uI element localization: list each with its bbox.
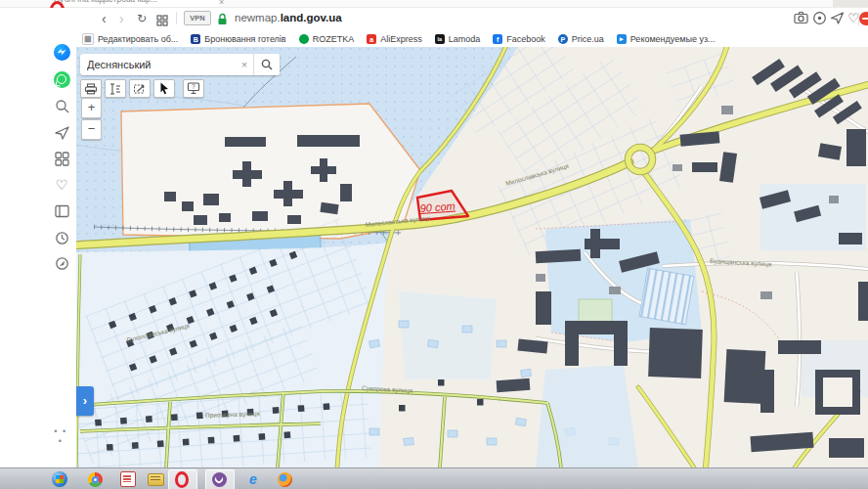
speed-dial-icon[interactable] [53, 150, 70, 167]
print-tool-button[interactable] [80, 79, 102, 98]
bookmark-label: ROZETKA [313, 34, 355, 44]
bookmark-item[interactable]: ▸Рекомендуемые уз... [617, 34, 716, 44]
bookmark-favicon: f [493, 34, 502, 44]
bookmark-item[interactable]: aAliExpress [367, 34, 422, 44]
whatsapp-icon[interactable] [53, 70, 70, 88]
red-document-app-icon[interactable] [119, 470, 137, 488]
browser-tab[interactable]: Публічна кадастрова кар... [54, 0, 218, 7]
search-icon[interactable] [53, 97, 70, 114]
extension-badge-icon[interactable] [859, 12, 868, 25]
bookmark-item[interactable]: laLamoda [435, 34, 481, 44]
map-canvas: 90 сот Милославська вулиця Милославська … [76, 47, 868, 467]
bookmark-favicon: B [191, 34, 200, 44]
url-domain: land.gov.ua [281, 12, 342, 23]
search-clear-icon[interactable]: × [236, 54, 253, 75]
viber-icon[interactable] [210, 470, 228, 488]
tab-title: Публічна кадастрова кар... [54, 0, 218, 4]
measure-area-tool-button[interactable] [129, 79, 151, 98]
map-search-box: × [80, 54, 280, 75]
extensions-globe-icon[interactable] [53, 254, 70, 272]
measure-distance-tool-button[interactable] [105, 79, 126, 98]
bookmark-item[interactable]: PPrice.ua [558, 34, 604, 44]
bookmark-favicon: P [558, 34, 568, 44]
messenger-icon[interactable] [53, 43, 70, 61]
zoom-in-button[interactable]: + [81, 98, 102, 118]
pointer-tool-button[interactable] [153, 79, 175, 98]
bookmark-favicon: a [367, 34, 376, 44]
opera-icon[interactable] [173, 470, 191, 488]
bookmark-favicon: ▸ [617, 34, 627, 44]
bookmark-label: AliExpress [380, 34, 422, 44]
bookmark-item[interactable]: BБронювання готелів [191, 34, 285, 44]
bookmark-favicon [299, 34, 309, 44]
sidebar-overflow-dots[interactable]: • • • [51, 426, 70, 446]
map-search-input[interactable] [80, 54, 236, 75]
panel-expand-chevron[interactable]: › [76, 386, 94, 416]
browser-toolbar: ‹ › ↻ VPN newmap.land.gov.ua ♡ [0, 8, 868, 30]
bookmark-label: Facebook [506, 34, 545, 44]
vpn-badge[interactable]: VPN [184, 11, 211, 25]
parcel-area-label: 90 сот [419, 200, 456, 214]
personal-news-icon[interactable] [53, 202, 70, 220]
tab-strip: Публічна кадастрова кар... × [0, 0, 868, 8]
internet-explorer-icon[interactable]: e [244, 470, 262, 488]
page-actions-icon[interactable] [812, 11, 828, 26]
bookmark-label: Price.ua [572, 34, 604, 44]
map-tools: ? [80, 79, 204, 98]
opera-sidebar: ♡ • • • [0, 31, 76, 467]
bookmark-item[interactable]: ▦Редактировать об... [82, 33, 178, 45]
url-host: newmap. [235, 12, 281, 23]
bookmark-item[interactable]: ROZETKA [299, 34, 355, 44]
bookmarks-heart-icon[interactable]: ♡ [53, 176, 70, 194]
secure-lock-icon[interactable] [217, 12, 228, 29]
chrome-icon[interactable] [86, 470, 104, 488]
map-viewport[interactable]: 90 сот Милославська вулиця Милославська … [76, 47, 868, 467]
bookmark-label: Рекомендуемые уз... [630, 34, 716, 44]
reload-button[interactable]: ↻ [137, 9, 147, 28]
snapshot-camera-icon[interactable] [794, 11, 809, 26]
speed-dial-grid-icon[interactable] [156, 13, 172, 28]
bookmark-label: Lamoda [449, 34, 481, 44]
forward-button[interactable]: › [119, 9, 124, 28]
industrial-zone [94, 104, 420, 239]
tab-close-icon[interactable]: × [219, 0, 224, 7]
history-clock-icon[interactable] [53, 229, 70, 246]
search-submit-button[interactable] [253, 54, 280, 75]
bookmark-favicon: la [435, 34, 445, 44]
tab-strip-edge [833, 0, 868, 7]
bookmark-item[interactable]: fFacebook [493, 34, 545, 44]
yellow-folder-app-icon[interactable] [147, 470, 164, 488]
my-flow-send-icon[interactable] [830, 11, 846, 26]
address-url[interactable]: newmap.land.gov.ua [235, 12, 342, 23]
back-button[interactable]: ‹ [102, 9, 107, 28]
firefox-icon[interactable] [276, 470, 293, 488]
bookmarks-bar: ▦Редактировать об... BБронювання готелів… [0, 31, 868, 47]
bookmark-label: Редактировать об... [98, 34, 178, 44]
help-tool-button[interactable]: ? [183, 79, 204, 98]
screen: Публічна кадастрова кар... × ‹ › ↻ VPN n… [0, 0, 868, 489]
bookmark-favicon: ▦ [82, 33, 94, 45]
toolbar-separator [176, 12, 177, 24]
my-flow-icon[interactable] [53, 123, 70, 141]
svg-text:?: ? [192, 83, 195, 90]
zoom-out-button[interactable]: − [81, 119, 102, 140]
windows-taskbar: e [0, 467, 868, 489]
windows-start-icon[interactable] [51, 470, 68, 488]
bookmark-label: Бронювання готелів [204, 34, 285, 44]
